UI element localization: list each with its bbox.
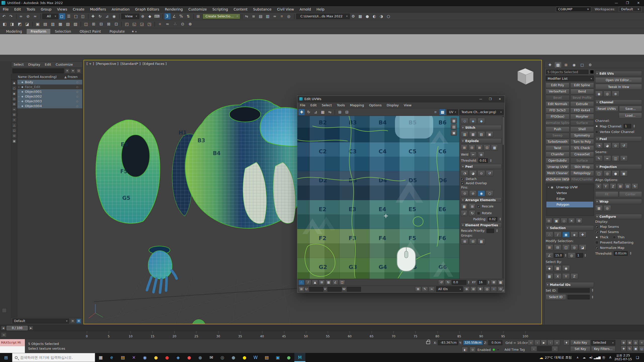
dialog-menu-item[interactable]: Display	[384, 103, 401, 107]
toolbar-icon[interactable]	[119, 14, 120, 19]
uv-lock-icon[interactable]: ⊠	[415, 287, 421, 292]
display-lights-icon[interactable]: ◉	[12, 91, 17, 96]
uv-vertex-mode-icon[interactable]: ∴	[298, 280, 304, 285]
dialog-minimize-button[interactable]: —	[476, 96, 486, 102]
uvw-polygon-icon[interactable]: ▣	[562, 232, 570, 238]
scene-object-row[interactable]: ◆ Object001 ○	[17, 89, 82, 94]
uv-lock-selection-icon[interactable]: ⊠	[491, 280, 497, 285]
workspaces-combo[interactable]: Default	[619, 7, 641, 12]
select-link-icon[interactable]: ∞	[18, 13, 25, 20]
ribbon-tab-populate[interactable]: Populate	[105, 29, 129, 34]
maximize-viewport-icon[interactable]: ◱	[639, 346, 644, 351]
uv-grid-cell[interactable]: C5	[399, 142, 429, 171]
uv-expand-selection-icon[interactable]: ⊞	[337, 109, 343, 115]
quick-move-icon[interactable]: ▦	[451, 118, 457, 123]
timeline-tick[interactable]: 85	[457, 335, 462, 338]
uv-zoom-extents-icon[interactable]: ◎	[484, 287, 490, 292]
action-center-icon[interactable]: ❏	[633, 355, 642, 359]
modifier-button[interactable]: Shell	[570, 126, 594, 132]
render-production-icon[interactable]: ●	[365, 13, 371, 20]
modifier-button[interactable]: Surface	[570, 158, 594, 163]
map-channel-spinner[interactable]	[633, 124, 635, 128]
uv-grid-cell[interactable]: C2	[310, 142, 340, 171]
modifier-button[interactable]: Unwrap UVW	[546, 164, 570, 170]
quick-scale-icon[interactable]: ▣	[451, 130, 457, 135]
modifier-button[interactable]: FFD 4x4x4	[570, 108, 594, 113]
uv-grid-cell[interactable]: B3	[340, 116, 370, 142]
modifier-button[interactable]: Fillet/Chamfer	[570, 177, 594, 182]
onedrive-icon[interactable]: ☁	[581, 356, 587, 359]
open-uv-editor-button[interactable]: Open UV Editor...	[595, 77, 642, 83]
modifier-button[interactable]: Extrude	[570, 101, 594, 107]
folder-2-app[interactable]: ▤	[261, 353, 272, 362]
ime-mode-icon[interactable]: A	[607, 356, 614, 359]
modifier-button[interactable]: Turn to Poly	[570, 139, 594, 145]
key-filter-combo[interactable]: Selected	[591, 340, 615, 345]
utilities-tab[interactable]: ⚙	[587, 62, 593, 68]
dialog-title-bar[interactable]: Edit UVWs — ❐ ✕	[297, 96, 505, 102]
quick-cylindrical-icon[interactable]: ◈	[469, 118, 477, 124]
quick-spherical-icon[interactable]: ◆	[477, 118, 485, 124]
kakaotalk-app[interactable]: ●	[239, 353, 250, 362]
inset-icon[interactable]: ◳	[146, 21, 153, 28]
timeline-tick[interactable]: 10	[128, 335, 133, 338]
y-coordinate-field[interactable]: 320.558cm	[463, 340, 483, 345]
stitch-to-source-icon[interactable]: ▤	[477, 131, 485, 137]
explorer-menu-item[interactable]: Edit	[43, 63, 53, 66]
uv-zoom-region-icon[interactable]: ⊞	[470, 287, 476, 292]
flatten-by-smoothing-icon[interactable]: ⊠	[476, 145, 483, 151]
explorer-menu-item[interactable]: Select	[11, 63, 26, 66]
timeline-tick[interactable]: 100	[522, 335, 528, 338]
column-header-name[interactable]: Name (Sorted Ascending)	[11, 75, 64, 79]
timeline-tick[interactable]: 65	[369, 335, 374, 338]
uv-grid-cell[interactable]: F6	[429, 229, 459, 258]
rotate-elements-icon[interactable]: ↻	[469, 210, 475, 216]
frozen-indicator-icon[interactable]: ○	[72, 90, 82, 93]
show-map-toggle-icon[interactable]: ▩	[439, 109, 446, 115]
peel-mode-icon[interactable]: ◕	[603, 143, 611, 149]
uv-grid-cell[interactable]: D4	[370, 171, 399, 200]
display-spacewarps-icon[interactable]: ≈	[12, 107, 17, 112]
uv-grid-cell[interactable]: C1	[297, 142, 310, 171]
uv-grid-cell[interactable]: B1	[297, 116, 310, 142]
uv-transform-scale-icon[interactable]: ⊕	[612, 91, 619, 97]
dialog-menu-item[interactable]: Edit	[308, 103, 319, 107]
task-view-button[interactable]: ▦	[95, 353, 106, 362]
modifier-button[interactable]: CreaseSet	[570, 152, 594, 157]
select-manipulate-icon[interactable]: ◆	[147, 13, 153, 20]
maxscript-mini-listener[interactable]: MAXScript Mi	[0, 339, 25, 353]
extrude-tool-icon[interactable]: ◰	[123, 21, 130, 28]
timeline-tick[interactable]: 50	[303, 335, 308, 338]
viewport-label-segment[interactable]: [Perspective ]	[96, 62, 118, 66]
gray-circle-app[interactable]: ●	[228, 353, 239, 362]
set-id-spinner[interactable]	[591, 288, 594, 293]
orbit-icon[interactable]: ↻	[627, 346, 632, 351]
ribbon-collapse-icon[interactable]: ▴	[135, 30, 137, 33]
cut-icon[interactable]: ⊟	[98, 21, 105, 28]
timeline-tick[interactable]: 40	[260, 335, 265, 338]
sort-ascending-icon[interactable]: ▲	[64, 75, 67, 79]
align-y-button[interactable]: Y	[602, 183, 609, 189]
thin-radio[interactable]	[613, 236, 616, 239]
uv-grid-cell[interactable]: G2	[310, 258, 340, 279]
menu-item[interactable]: Graph Editors	[132, 6, 162, 12]
modify-tab[interactable]: ▧	[555, 62, 561, 68]
use-pivot-center-icon[interactable]: ⊕	[140, 13, 146, 20]
rollout-peel-dialog[interactable]: Peel	[461, 164, 502, 169]
uv-grid-cell[interactable]: E6	[429, 200, 459, 229]
panel-scrollbar[interactable]	[502, 116, 504, 278]
spinner-snap-icon[interactable]: ⇅	[185, 13, 192, 20]
edit-seams-icon[interactable]: ✎	[595, 155, 603, 161]
uv-grid-cell[interactable]: F1	[297, 229, 310, 258]
align-z-button[interactable]: Z	[610, 183, 616, 189]
hierarchy-tab[interactable]: ⊞	[563, 62, 569, 68]
rollout-element-properties[interactable]: Element Properties	[461, 222, 502, 228]
ribbon-tab-freeform[interactable]: Freeform	[27, 29, 50, 34]
reset-align-button[interactable]: ↻	[632, 183, 638, 189]
modifier-button[interactable]: Bevel Profile	[570, 95, 594, 101]
select-scale-icon[interactable]: ⊿	[104, 13, 111, 20]
bind-spacewarp-icon[interactable]: ≈	[32, 13, 39, 20]
pin-tool-icon[interactable]: ⊙	[461, 190, 468, 196]
dialog-menu-item[interactable]: Tools	[334, 103, 347, 107]
reset-uvws-button[interactable]: Reset UVWs	[595, 106, 618, 112]
